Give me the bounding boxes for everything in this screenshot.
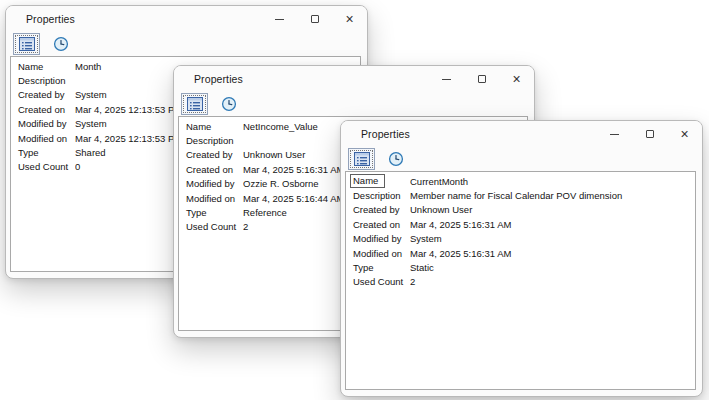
window-controls: × [597, 121, 702, 147]
minimize-icon [275, 19, 284, 20]
maximize-icon [311, 15, 319, 23]
history-button[interactable] [47, 33, 74, 55]
close-button[interactable]: × [499, 66, 534, 92]
property-label: Modified on [179, 193, 243, 204]
history-button[interactable] [215, 93, 242, 115]
maximize-button[interactable] [632, 121, 667, 147]
property-label: Used Count [11, 161, 75, 172]
titlebar[interactable]: Properties × [6, 6, 367, 32]
titlebar[interactable]: Properties × [174, 66, 534, 92]
property-row[interactable]: Modified onMar 4, 2025 5:16:31 AM [346, 246, 695, 260]
close-button[interactable]: × [667, 121, 702, 147]
property-row[interactable]: NameCurrentMonth [346, 174, 695, 188]
minimize-icon [442, 79, 451, 80]
list-view-icon [19, 37, 35, 51]
minimize-button[interactable] [262, 6, 297, 32]
minimize-icon [610, 134, 619, 135]
toolbar [6, 32, 367, 56]
clock-icon [53, 36, 69, 52]
list-view-icon [187, 97, 203, 111]
focused-cell: Name [350, 174, 385, 188]
window-title: Properties [26, 13, 75, 25]
history-button[interactable] [382, 148, 409, 170]
desktop: Properties × NameMonth Description Creat… [0, 0, 709, 400]
property-label: Type [11, 147, 75, 158]
toolbar [341, 147, 702, 171]
list-view-icon [354, 152, 370, 166]
window-controls: × [429, 66, 534, 92]
maximize-button[interactable] [464, 66, 499, 92]
property-label: Modified on [346, 248, 410, 259]
property-label: Created on [346, 219, 410, 230]
property-label: Name [346, 174, 410, 188]
property-value: System [410, 233, 695, 244]
window-title: Properties [361, 128, 410, 140]
clock-icon [388, 151, 404, 167]
property-label: Modified on [11, 133, 75, 144]
property-label: Name [179, 121, 243, 132]
window-controls: × [262, 6, 367, 32]
property-value: Static [410, 262, 695, 273]
property-value: 2 [410, 276, 695, 287]
close-button[interactable]: × [332, 6, 367, 32]
close-icon: × [680, 127, 688, 141]
property-value: Member name for Fiscal Calendar POV dime… [410, 190, 695, 201]
properties-list: NameCurrentMonth DescriptionMember name … [345, 171, 696, 390]
property-label: Type [179, 207, 243, 218]
properties-window-3: Properties × NameCurrentMonth Descriptio… [340, 120, 703, 397]
property-row[interactable]: Used Count2 [346, 275, 695, 289]
property-label: Created by [346, 204, 410, 215]
maximize-icon [478, 75, 486, 83]
property-label: Used Count [346, 276, 410, 287]
property-row[interactable]: DescriptionMember name for Fiscal Calend… [346, 188, 695, 202]
property-label: Created by [11, 89, 75, 100]
property-label: Modified by [346, 233, 410, 244]
property-value: Unknown User [410, 204, 695, 215]
list-view-button[interactable] [181, 93, 208, 115]
toolbar [174, 92, 534, 116]
maximize-button[interactable] [297, 6, 332, 32]
property-row[interactable]: Created onMar 4, 2025 5:16:31 AM [346, 217, 695, 231]
property-row[interactable]: TypeStatic [346, 260, 695, 274]
property-row[interactable]: Created byUnknown User [346, 203, 695, 217]
property-label: Name [11, 61, 75, 72]
list-view-button[interactable] [348, 148, 375, 170]
window-title: Properties [194, 73, 243, 85]
minimize-button[interactable] [597, 121, 632, 147]
property-label: Description [179, 135, 243, 146]
property-label: Modified by [179, 178, 243, 189]
property-value: CurrentMonth [410, 176, 695, 187]
property-label: Type [346, 262, 410, 273]
list-view-button[interactable] [13, 33, 40, 55]
property-row[interactable]: Modified bySystem [346, 232, 695, 246]
property-label: Used Count [179, 221, 243, 232]
property-label: Description [11, 75, 75, 86]
minimize-button[interactable] [429, 66, 464, 92]
property-label: Description [346, 190, 410, 201]
titlebar[interactable]: Properties × [341, 121, 702, 147]
property-value: Mar 4, 2025 5:16:31 AM [410, 248, 695, 259]
close-icon: × [512, 72, 520, 86]
property-label: Created on [179, 164, 243, 175]
property-label: Modified by [11, 118, 75, 129]
clock-icon [221, 96, 237, 112]
property-label: Created on [11, 104, 75, 115]
property-value: Mar 4, 2025 5:16:31 AM [410, 219, 695, 230]
property-label: Created by [179, 149, 243, 160]
maximize-icon [646, 130, 654, 138]
close-icon: × [345, 12, 353, 26]
